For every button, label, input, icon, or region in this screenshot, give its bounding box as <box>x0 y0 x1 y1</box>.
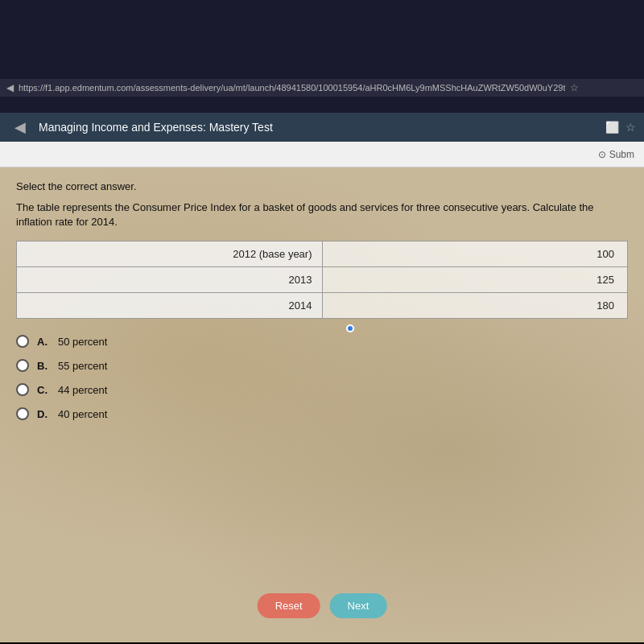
radio-button-3[interactable] <box>16 407 29 420</box>
table-cell-value: 180 <box>322 293 628 319</box>
bottom-buttons: Reset Next <box>258 593 387 618</box>
back-icon[interactable]: ◀ <box>6 82 14 93</box>
reset-button[interactable]: Reset <box>258 593 320 618</box>
next-button[interactable]: Next <box>330 593 387 618</box>
table-cell-label: 2014 <box>17 293 323 319</box>
option-a[interactable]: A. 50 percent <box>16 335 628 348</box>
table-row: 2013 125 <box>17 267 628 293</box>
option-letter-2: C. <box>37 384 50 396</box>
window-icon[interactable]: ⬜ <box>605 121 619 134</box>
options-section: A. 50 percent B. 55 percent C. 44 percen… <box>16 335 628 420</box>
nav-back-button[interactable]: ◀ <box>8 118 32 136</box>
cursor <box>346 324 354 332</box>
page-title: Managing Income and Expenses: Mastery Te… <box>39 121 599 134</box>
table-cell-value: 125 <box>322 267 628 293</box>
option-letter-1: B. <box>37 360 50 372</box>
settings-icon[interactable]: ☆ <box>625 121 636 134</box>
url-bar: https://f1.app.edmentum.com/assessments-… <box>19 83 565 93</box>
table-row: 2012 (base year) 100 <box>17 242 628 267</box>
option-text-2: 44 percent <box>58 384 107 396</box>
radio-button-1[interactable] <box>16 359 29 372</box>
option-text-3: 40 percent <box>58 408 107 420</box>
option-letter-0: A. <box>37 336 50 348</box>
submit-icon: ⊙ <box>598 149 606 160</box>
table-cell-value: 100 <box>322 242 628 267</box>
option-text-0: 50 percent <box>58 336 107 348</box>
table-cell-label: 2013 <box>17 267 323 293</box>
radio-button-0[interactable] <box>16 335 29 348</box>
bookmark-icon[interactable]: ☆ <box>570 82 579 93</box>
table-cell-label: 2012 (base year) <box>17 242 323 267</box>
option-letter-3: D. <box>37 408 50 420</box>
question-text: The table represents the Consumer Price … <box>16 200 628 229</box>
option-c[interactable]: C. 44 percent <box>16 383 628 396</box>
select-answer-label: Select the correct answer. <box>16 180 628 192</box>
submit-label: Subm <box>609 149 634 160</box>
table-row: 2014 180 <box>17 293 628 319</box>
cpi-table: 2012 (base year) 100 2013 125 2014 180 <box>16 241 628 319</box>
option-d[interactable]: D. 40 percent <box>16 407 628 420</box>
option-text-1: 55 percent <box>58 360 107 372</box>
radio-button-2[interactable] <box>16 383 29 396</box>
option-b[interactable]: B. 55 percent <box>16 359 628 372</box>
